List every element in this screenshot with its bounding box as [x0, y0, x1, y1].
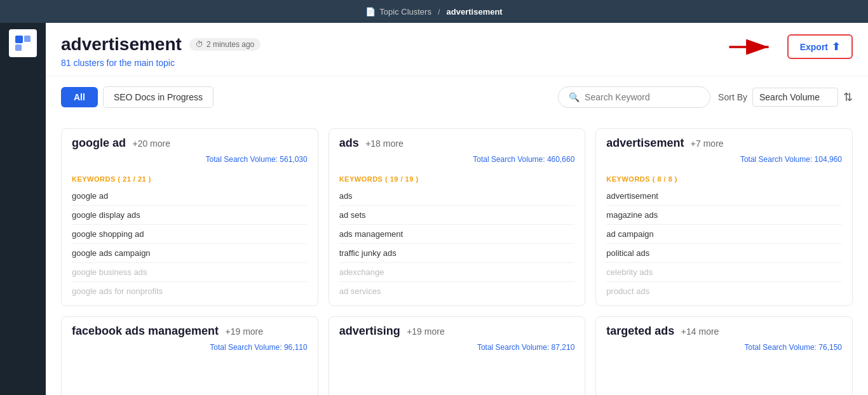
card-title: advertising	[339, 325, 400, 337]
keyword-list: adsad setsads managementtraffic junky ad…	[329, 187, 585, 300]
sort-section: Sort By Search Volume ⇅	[718, 88, 853, 107]
card-volume: Total Search Volume: 460,660	[329, 155, 585, 170]
search-input[interactable]	[585, 92, 700, 102]
keyword-item: celebrity ads	[606, 263, 842, 282]
topbar-icon: 📄	[365, 7, 376, 17]
app-logo	[9, 29, 37, 57]
card-placeholder	[329, 358, 585, 395]
main-content: advertisement ⏱ 2 minutes ago 81 cluster…	[46, 23, 868, 395]
card-header: ads +18 more	[329, 129, 585, 155]
card-title: advertisement	[606, 137, 684, 149]
header-left: advertisement ⏱ 2 minutes ago 81 cluster…	[61, 34, 261, 68]
card-title: google ad	[72, 137, 126, 149]
card-title-more: +19 more	[226, 326, 264, 337]
keyword-item: ad campaign	[606, 225, 842, 244]
keyword-item: google ad	[72, 187, 308, 206]
top-bar: 📄 Topic Clusters / advertisement	[0, 0, 868, 23]
page-subtitle: 81 clusters for the main topic	[61, 58, 261, 68]
card-title: facebook ads management	[72, 325, 219, 337]
cluster-card: ads +18 more Total Search Volume: 460,66…	[329, 128, 586, 306]
card-title-more: +20 more	[132, 138, 170, 149]
keywords-label: KEYWORDS ( 19 / 19 )	[329, 170, 585, 187]
card-volume: Total Search Volume: 104,960	[596, 155, 852, 170]
cluster-card: advertisement +7 more Total Search Volum…	[595, 128, 853, 306]
card-placeholder	[62, 358, 318, 395]
keyword-item: google ads for nonprofits	[72, 282, 308, 300]
clock-icon: ⏱	[196, 40, 203, 49]
card-volume: Total Search Volume: 76,150	[596, 343, 852, 358]
page-title-row: advertisement ⏱ 2 minutes ago	[61, 34, 261, 55]
keyword-item: google business ads	[72, 263, 308, 282]
keyword-item: advertisement	[606, 187, 842, 206]
svg-rect-0	[15, 36, 23, 43]
time-badge: ⏱ 2 minutes ago	[189, 38, 261, 51]
keyword-item: ads management	[339, 225, 575, 244]
page-header: advertisement ⏱ 2 minutes ago 81 cluster…	[46, 23, 868, 76]
card-body: KEYWORDS ( 19 / 19 ) adsad setsads manag…	[329, 170, 585, 305]
card-body: KEYWORDS ( 8 / 8 ) advertisementmagazine…	[596, 170, 852, 305]
cluster-card: facebook ads management +19 more Total S…	[61, 316, 318, 395]
arrow-indicator	[726, 37, 777, 57]
filter-right: 🔍 Sort By Search Volume ⇅	[558, 86, 853, 108]
card-placeholder	[596, 358, 852, 395]
search-icon: 🔍	[569, 92, 580, 102]
card-title-more: +14 more	[681, 326, 719, 337]
card-body: KEYWORDS ( 21 / 21 ) google adgoogle dis…	[62, 170, 318, 305]
breadcrumb-current: advertisement	[447, 7, 503, 17]
header-right: Export ⬆	[726, 34, 853, 59]
cluster-card: advertising +19 more Total Search Volume…	[329, 316, 586, 395]
card-header: targeted ads +14 more	[596, 317, 852, 343]
keyword-item: ads	[339, 187, 575, 206]
seo-docs-filter-button[interactable]: SEO Docs in Progress	[103, 86, 214, 108]
filter-bar: All SEO Docs in Progress 🔍 Sort By Searc…	[46, 76, 868, 118]
keyword-item: magazine ads	[606, 206, 842, 225]
svg-rect-2	[15, 44, 22, 51]
sort-order-icon[interactable]: ⇅	[843, 90, 853, 104]
card-volume: Total Search Volume: 87,210	[329, 343, 585, 358]
all-filter-button[interactable]: All	[61, 87, 98, 107]
keyword-item: google display ads	[72, 206, 308, 225]
keywords-label: KEYWORDS ( 21 / 21 )	[62, 170, 318, 187]
card-header: google ad +20 more	[62, 129, 318, 155]
sidebar	[0, 23, 46, 395]
keyword-list: google adgoogle display adsgoogle shoppi…	[62, 187, 318, 300]
breadcrumb-separator: /	[438, 7, 440, 17]
card-title-more: +18 more	[365, 138, 403, 149]
cluster-card: google ad +20 more Total Search Volume: …	[61, 128, 318, 306]
card-title-more: +19 more	[407, 326, 445, 337]
cluster-card: targeted ads +14 more Total Search Volum…	[595, 316, 853, 395]
breadcrumb-parent: Topic Clusters	[379, 7, 431, 17]
card-header: facebook ads management +19 more	[62, 317, 318, 343]
export-label: Export	[800, 42, 828, 52]
filter-left: All SEO Docs in Progress	[61, 86, 214, 108]
card-title: targeted ads	[606, 325, 674, 337]
card-title-more: +7 more	[691, 138, 724, 149]
time-ago-text: 2 minutes ago	[207, 40, 254, 49]
keyword-list: advertisementmagazine adsad campaignpoli…	[596, 187, 852, 300]
card-volume: Total Search Volume: 96,110	[62, 343, 318, 358]
sort-by-label: Sort By	[718, 92, 747, 102]
card-volume: Total Search Volume: 561,030	[62, 155, 318, 170]
search-box: 🔍	[558, 86, 710, 108]
keyword-item: google shopping ad	[72, 225, 308, 244]
keyword-item: ad services	[339, 282, 575, 300]
svg-rect-1	[24, 36, 31, 42]
export-button[interactable]: Export ⬆	[787, 34, 853, 59]
keyword-item: google ads campaign	[72, 244, 308, 263]
sort-select[interactable]: Search Volume	[752, 88, 838, 107]
keyword-item: ad sets	[339, 206, 575, 225]
card-title: ads	[339, 137, 359, 149]
page-title: advertisement	[61, 34, 182, 55]
card-header: advertisement +7 more	[596, 129, 852, 155]
keyword-item: political ads	[606, 244, 842, 263]
keyword-item: adexchange	[339, 263, 575, 282]
card-header: advertising +19 more	[329, 317, 585, 343]
keyword-item: traffic junky ads	[339, 244, 575, 263]
keyword-item: product ads	[606, 282, 842, 300]
keywords-label: KEYWORDS ( 8 / 8 )	[596, 170, 852, 187]
cards-grid: google ad +20 more Total Search Volume: …	[46, 118, 868, 395]
export-icon: ⬆	[832, 41, 840, 53]
